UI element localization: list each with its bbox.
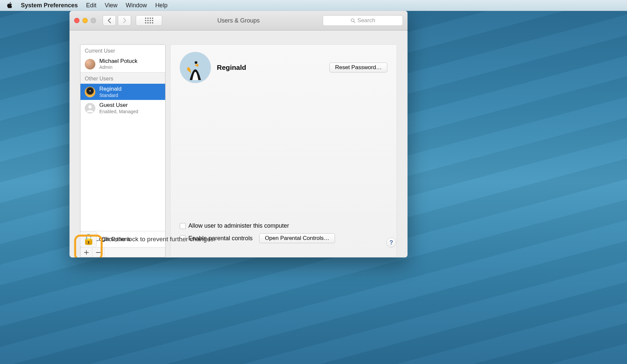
- person-silhouette-icon: [86, 104, 94, 112]
- menubar-edit[interactable]: Edit: [86, 2, 96, 9]
- lock-text: Click the lock to prevent further change…: [101, 236, 215, 243]
- lock-row: 🔓 Click the lock to prevent further chan…: [80, 231, 215, 248]
- close-button[interactable]: [74, 18, 79, 23]
- other-user-role: Enabled, Managed: [99, 109, 138, 114]
- other-user-name: Reginald: [99, 86, 121, 92]
- allow-admin-label: Allow user to administer this computer: [188, 222, 289, 229]
- current-user-label: Current User: [80, 45, 165, 56]
- search-icon: [351, 18, 356, 23]
- question-mark-icon: ?: [390, 239, 393, 246]
- open-parental-controls-button[interactable]: Open Parental Controls…: [259, 233, 335, 243]
- minimize-button[interactable]: [82, 18, 88, 23]
- window-titlebar: Users & Groups Search: [70, 11, 408, 30]
- forward-button[interactable]: [118, 15, 131, 26]
- preferences-window: Users & Groups Search Current User Micha…: [70, 11, 408, 257]
- reset-password-button[interactable]: Reset Password…: [329, 63, 387, 72]
- svg-point-0: [351, 19, 354, 22]
- selected-user-avatar[interactable]: [180, 52, 211, 83]
- add-user-button[interactable]: [80, 248, 92, 257]
- search-placeholder: Search: [358, 17, 375, 24]
- nav-group: [103, 15, 131, 26]
- selected-user-name: Reginald: [217, 64, 246, 71]
- menubar-view[interactable]: View: [105, 2, 118, 9]
- unlock-icon: 🔓: [82, 234, 95, 245]
- apple-logo-icon[interactable]: [7, 2, 13, 9]
- avatar-icon: [85, 87, 95, 97]
- svg-point-4: [195, 61, 197, 64]
- minus-icon: [96, 250, 101, 255]
- lock-button[interactable]: 🔓: [80, 231, 97, 248]
- chevron-left-icon: [108, 18, 111, 23]
- current-user-role: Admin: [99, 65, 137, 70]
- user-sidebar: Current User Michael Potuck Admin Other …: [80, 44, 166, 257]
- current-user-name: Michael Potuck: [99, 58, 137, 65]
- allow-admin-row: Allow user to administer this computer: [180, 222, 387, 229]
- allow-admin-checkbox[interactable]: [180, 223, 186, 229]
- other-user-item-reginald[interactable]: Reginald Standard: [80, 84, 165, 100]
- add-remove-bar: [80, 247, 165, 257]
- content-area: Current User Michael Potuck Admin Other …: [70, 30, 408, 257]
- menubar-help[interactable]: Help: [155, 2, 168, 9]
- other-user-item-guest[interactable]: Guest User Enabled, Managed: [80, 100, 165, 116]
- plus-icon: [84, 250, 89, 255]
- maximize-button[interactable]: [91, 18, 96, 23]
- search-input[interactable]: Search: [323, 15, 403, 26]
- penguin-avatar-icon: [180, 52, 211, 83]
- user-detail-header: Reginald Reset Password…: [180, 52, 387, 83]
- help-button[interactable]: ?: [386, 238, 396, 248]
- menubar-app-name[interactable]: System Preferences: [21, 2, 78, 9]
- menubar-window[interactable]: Window: [126, 2, 147, 9]
- back-button[interactable]: [103, 15, 116, 26]
- user-detail-panel: Reginald Reset Password… Allow user to a…: [170, 44, 397, 257]
- other-user-name: Guest User: [99, 102, 138, 109]
- traffic-lights: [74, 18, 96, 23]
- avatar-icon: [85, 59, 95, 69]
- avatar-icon: [85, 103, 95, 114]
- show-all-button[interactable]: [136, 15, 162, 26]
- remove-user-button[interactable]: [92, 248, 104, 257]
- chevron-right-icon: [123, 18, 126, 23]
- other-user-role: Standard: [99, 93, 121, 98]
- other-users-label: Other Users: [80, 72, 165, 84]
- current-user-item[interactable]: Michael Potuck Admin: [80, 56, 165, 72]
- svg-point-2: [88, 105, 92, 109]
- window-title: Users & Groups: [217, 17, 260, 24]
- svg-line-1: [354, 21, 355, 23]
- grid-icon: [145, 18, 153, 23]
- macos-menubar: System Preferences Edit View Window Help: [0, 0, 627, 11]
